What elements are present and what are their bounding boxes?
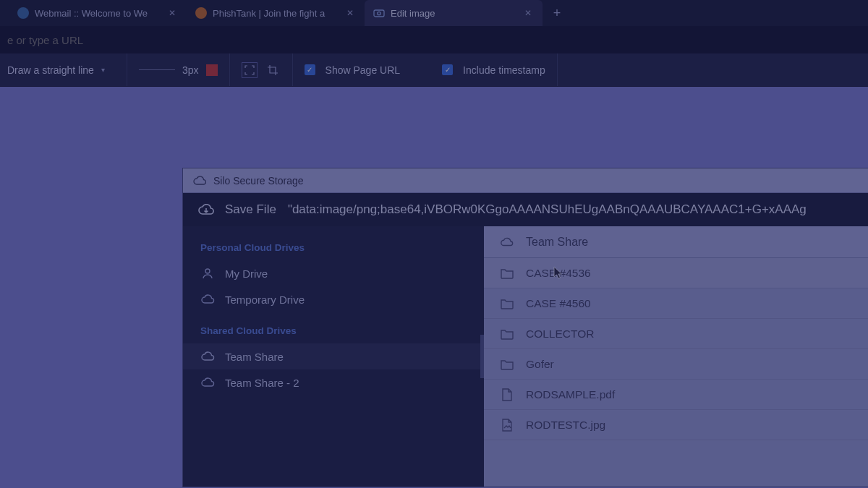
close-icon[interactable]: ✕ xyxy=(166,7,178,19)
file-row[interactable]: RODSAMPLE.pdf xyxy=(484,380,868,410)
dialog-title: Silo Secure Storage xyxy=(213,175,304,187)
close-icon[interactable]: ✕ xyxy=(344,7,356,19)
include-timestamp-label: Include timestamp xyxy=(463,64,545,76)
storage-dialog: Silo Secure Storage — Save File "data:im… xyxy=(182,168,868,487)
sidebar-item-label: Team Share - 2 xyxy=(225,377,299,389)
cloud-icon xyxy=(200,292,215,307)
file-row[interactable]: RODTESTC.jpg xyxy=(484,410,868,440)
file-name: CASE #4560 xyxy=(526,297,591,310)
folder-icon xyxy=(500,357,514,372)
cloud-download-icon xyxy=(197,202,213,218)
file-name: Gofer xyxy=(526,358,554,371)
close-icon[interactable]: ✕ xyxy=(522,7,534,19)
cloud-icon xyxy=(500,235,514,249)
folder-icon xyxy=(500,327,514,341)
save-label: Save File xyxy=(225,202,276,217)
favicon-icon xyxy=(195,7,207,19)
browser-tab[interactable]: Edit image ✕ xyxy=(365,0,542,26)
file-row[interactable]: CASE #4536 xyxy=(484,258,868,288)
breadcrumb-label: Team Share xyxy=(526,236,588,249)
stroke-width-value[interactable]: 3px xyxy=(182,64,199,76)
cloud-icon xyxy=(193,176,206,186)
sidebar-item-team-share-2[interactable]: Team Share - 2 xyxy=(183,369,484,395)
chevron-down-icon: ▾ xyxy=(101,66,105,74)
personal-drives-header: Personal Cloud Drives xyxy=(183,239,484,260)
cloud-icon xyxy=(200,375,215,390)
crop-icon[interactable] xyxy=(265,62,281,78)
options-group: ✓ Show Page URL ✓ Include timestamp xyxy=(293,53,558,86)
crop-group xyxy=(230,53,293,86)
color-swatch[interactable] xyxy=(206,64,218,76)
editor-toolbar: Draw a straight line ▾ 3px ✓ Show Page U… xyxy=(0,53,868,87)
favicon-icon xyxy=(17,7,29,19)
breadcrumb[interactable]: Team Share xyxy=(484,226,868,258)
file-row[interactable]: Gofer xyxy=(484,349,868,380)
svg-point-1 xyxy=(378,12,380,14)
file-name: RODSAMPLE.pdf xyxy=(526,388,615,401)
svg-rect-0 xyxy=(374,10,384,17)
cursor-icon xyxy=(552,265,565,281)
sidebar-item-my-drive[interactable]: My Drive xyxy=(183,260,484,286)
line-tool-select[interactable]: Draw a straight line ▾ xyxy=(0,53,127,86)
svg-point-2 xyxy=(205,269,210,273)
browser-tab[interactable]: Webmail :: Welcome to We ✕ xyxy=(9,0,187,26)
sidebar-item-label: Temporary Drive xyxy=(225,294,305,306)
sidebar-item-temp-drive[interactable]: Temporary Drive xyxy=(183,286,484,312)
sidebar-item-label: Team Share xyxy=(225,351,284,363)
person-icon xyxy=(200,266,215,281)
browser-tab[interactable]: PhishTank | Join the fight a ✕ xyxy=(187,0,365,26)
browser-tab-strip: Webmail :: Welcome to We ✕ PhishTank | J… xyxy=(0,0,868,26)
folder-icon xyxy=(500,296,514,311)
file-row[interactable]: COLLECTOR xyxy=(484,319,868,349)
line-tool-label: Draw a straight line xyxy=(7,64,94,76)
fullscreen-icon[interactable] xyxy=(242,62,258,78)
include-timestamp-checkbox[interactable]: ✓ xyxy=(442,64,453,75)
file-icon xyxy=(500,388,514,402)
folder-icon xyxy=(500,266,514,281)
save-filename: "data:image/png;base64,iVBORw0KGgoAAAANS… xyxy=(288,202,807,217)
file-row[interactable]: CASE #4560 xyxy=(484,288,868,319)
dialog-titlebar[interactable]: Silo Secure Storage — xyxy=(183,168,868,193)
new-tab-button[interactable]: + xyxy=(547,3,567,23)
drives-sidebar: Personal Cloud Drives My Drive Temporary… xyxy=(183,226,484,487)
stroke-group: 3px xyxy=(127,53,230,86)
show-url-label: Show Page URL xyxy=(326,64,401,76)
url-input[interactable] xyxy=(7,34,861,46)
url-bar xyxy=(0,26,868,53)
camera-icon xyxy=(373,7,385,19)
shared-drives-header: Shared Cloud Drives xyxy=(183,322,484,343)
stroke-preview xyxy=(139,69,175,70)
show-url-checkbox[interactable]: ✓ xyxy=(305,64,315,75)
file-name: COLLECTOR xyxy=(526,328,594,341)
tab-title: Webmail :: Welcome to We xyxy=(35,8,161,19)
tab-title: Edit image xyxy=(391,8,516,19)
cloud-icon xyxy=(200,349,215,364)
file-list: Team Share CASE #4536 CASE #4560 COLLECT… xyxy=(484,226,868,487)
file-name: RODTESTC.jpg xyxy=(526,419,605,432)
sidebar-item-team-share[interactable]: Team Share xyxy=(183,343,484,369)
tab-title: PhishTank | Join the fight a xyxy=(213,8,339,19)
sidebar-item-label: My Drive xyxy=(225,267,268,280)
image-file-icon xyxy=(500,418,514,432)
save-banner: Save File "data:image/png;base64,iVBORw0… xyxy=(183,193,868,226)
